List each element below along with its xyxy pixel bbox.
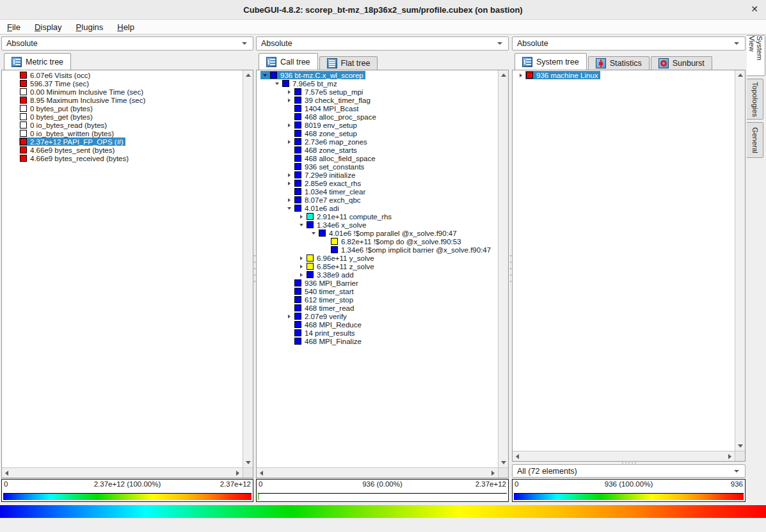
tree-row[interactable]: 2.07e9 verify — [257, 312, 498, 320]
tree-row[interactable]: 3.38e9 add — [257, 270, 498, 279]
expand-arrow-icon[interactable] — [297, 254, 306, 262]
scroll-up-icon[interactable] — [735, 70, 745, 80]
menu-display[interactable]: Display — [28, 22, 69, 32]
tree-row[interactable]: 936 set_constants — [257, 162, 498, 171]
system-subset-combo[interactable]: All (72 elements) — [512, 464, 746, 478]
vertical-scrollbar[interactable] — [735, 70, 745, 451]
tree-row[interactable]: 7.29e9 initialize — [257, 171, 498, 179]
tree-row[interactable]: 4.01e6 adi — [257, 204, 498, 212]
tree-row[interactable]: 6.96e+11 y_solve — [257, 254, 498, 262]
tab-flat-tree[interactable]: Flat tree — [319, 56, 378, 70]
tree-row[interactable]: 0 bytes_get (bytes) — [2, 113, 243, 121]
tree-row[interactable]: 14 print_results — [257, 329, 498, 337]
system-value-mode-combo[interactable]: Absolute — [512, 36, 746, 51]
scroll-left-icon[interactable] — [513, 451, 522, 461]
scroll-down-icon[interactable] — [243, 458, 253, 467]
expand-arrow-icon[interactable] — [297, 212, 306, 221]
tree-row[interactable]: 1404 MPI_Bcast — [257, 104, 498, 113]
metric-value-mode-combo[interactable]: Absolute — [1, 36, 253, 51]
tree-row[interactable]: 8.95 Maximum Inclusive Time (sec) — [2, 96, 243, 104]
tree-row[interactable]: 1.03e4 timer_clear — [257, 187, 498, 196]
expand-arrow-icon[interactable] — [297, 262, 306, 270]
tree-row[interactable]: 1.34e6 !$omp implicit barrier @x_solve.f… — [257, 246, 498, 254]
tree-row[interactable]: 1.34e6 x_solve — [257, 221, 498, 229]
expand-arrow-icon[interactable] — [285, 196, 294, 204]
scroll-down-icon[interactable] — [499, 458, 508, 467]
vertical-scrollbar[interactable] — [243, 70, 253, 467]
menu-file[interactable]: File — [0, 22, 28, 32]
tab-call-tree[interactable]: Call tree — [259, 53, 318, 70]
tree-row[interactable]: 6.07e6 Visits (occ) — [2, 71, 243, 79]
tree-row[interactable]: 7.57e5 setup_mpi — [257, 88, 498, 96]
tree-row[interactable]: 468 MPI_Reduce — [257, 320, 498, 329]
tree-row[interactable]: 4.66e9 bytes_received (bytes) — [2, 154, 243, 162]
tree-row[interactable]: 468 timer_read — [257, 304, 498, 312]
tree-row[interactable]: 468 alloc_proc_space — [257, 113, 498, 121]
tab-sunburst[interactable]: Sunburst — [651, 56, 712, 70]
scroll-left-icon[interactable] — [257, 468, 266, 478]
collapse-arrow-icon[interactable] — [297, 221, 306, 229]
tree-row[interactable]: 4.66e9 bytes_sent (bytes) — [2, 146, 243, 154]
tree-row[interactable]: 0.00 Minimum Inclusive Time (sec) — [2, 88, 243, 96]
tree-row[interactable]: 468 zone_starts — [257, 146, 498, 154]
tree-row[interactable]: 2.73e6 map_zones — [257, 137, 498, 146]
tree-row[interactable]: 612 timer_stop — [257, 295, 498, 304]
tree-row[interactable]: 0 bytes_put (bytes) — [2, 104, 243, 113]
menu-plugins[interactable]: Plugins — [69, 22, 111, 32]
tree-row[interactable]: 2.37e+12 PAPI_FP_OPS (#) — [2, 137, 243, 146]
tree-row[interactable]: 2.91e+11 compute_rhs — [257, 212, 498, 221]
scroll-up-icon[interactable] — [499, 70, 508, 80]
call-value-mode-combo[interactable]: Absolute — [256, 36, 509, 51]
tree-row[interactable]: 8.07e7 exch_qbc — [257, 196, 498, 204]
expand-arrow-icon[interactable] — [285, 171, 294, 179]
tree-row[interactable]: 4.01e6 !$omp parallel @x_solve.f90:47 — [257, 229, 498, 237]
tree-row[interactable]: 936 bt-mz.C.x_wl_scorep — [257, 71, 498, 79]
collapse-arrow-icon[interactable] — [260, 71, 269, 79]
scroll-up-icon[interactable] — [243, 70, 253, 80]
expand-arrow-icon[interactable] — [285, 137, 294, 146]
collapse-arrow-icon[interactable] — [273, 79, 282, 88]
expand-arrow-icon[interactable] — [285, 88, 294, 96]
tree-row[interactable]: 468 alloc_field_space — [257, 154, 498, 162]
side-tab-topologies[interactable]: Topologies — [747, 79, 763, 120]
tab-metric-tree[interactable]: Metric tree — [4, 53, 71, 70]
tree-row[interactable]: 39 check_timer_flag — [257, 96, 498, 104]
horizontal-scrollbar[interactable] — [513, 451, 735, 461]
expand-arrow-icon[interactable] — [285, 121, 294, 129]
tree-row[interactable]: 936 MPI_Barrier — [257, 279, 498, 287]
horizontal-scrollbar[interactable] — [2, 467, 243, 478]
expand-arrow-icon[interactable] — [285, 312, 294, 320]
collapse-arrow-icon[interactable] — [285, 204, 294, 212]
tree-row[interactable]: 596.37 Time (sec) — [2, 79, 243, 88]
tree-row[interactable]: 6.82e+11 !$omp do @x_solve.f90:53 — [257, 237, 498, 246]
scroll-down-icon[interactable] — [735, 441, 745, 451]
tree-row[interactable]: 540 timer_start — [257, 287, 498, 295]
menu-help[interactable]: Help — [110, 22, 141, 32]
scroll-right-icon[interactable] — [725, 451, 735, 461]
tree-row[interactable]: 936 machine Linux — [513, 71, 735, 79]
expand-arrow-icon[interactable] — [285, 179, 294, 187]
tree-row[interactable]: 468 zone_setup — [257, 129, 498, 137]
tree-row[interactable]: 8019 env_setup — [257, 121, 498, 129]
scroll-right-icon[interactable] — [488, 468, 498, 478]
close-icon[interactable]: ✕ — [751, 4, 758, 14]
horizontal-scrollbar[interactable] — [257, 467, 498, 478]
side-tab-general[interactable]: General — [747, 122, 763, 158]
tree-row[interactable]: 0 io_bytes_read (bytes) — [2, 121, 243, 129]
tree-row[interactable]: 2.85e9 exact_rhs — [257, 179, 498, 187]
tree-row[interactable]: 0 io_bytes_written (bytes) — [2, 129, 243, 137]
expand-arrow-icon[interactable] — [285, 96, 294, 104]
tree-row[interactable]: 7.96e5 bt_mz — [257, 79, 498, 88]
scroll-right-icon[interactable] — [233, 468, 243, 478]
vertical-scrollbar[interactable] — [498, 70, 508, 467]
tab-statistics[interactable]: Statistics — [588, 56, 650, 70]
tree-item-label: 4.66e9 bytes_sent (bytes) — [30, 146, 115, 154]
expand-arrow-icon[interactable] — [297, 270, 306, 279]
tree-row[interactable]: 6.85e+11 z_solve — [257, 262, 498, 270]
expand-arrow-icon[interactable] — [516, 71, 525, 79]
side-tab-system-view[interactable]: System View — [747, 35, 765, 76]
tree-row[interactable]: 468 MPI_Finalize — [257, 337, 498, 345]
tab-system-tree[interactable]: System tree — [515, 53, 587, 70]
scroll-left-icon[interactable] — [2, 468, 12, 478]
collapse-arrow-icon[interactable] — [309, 229, 318, 237]
